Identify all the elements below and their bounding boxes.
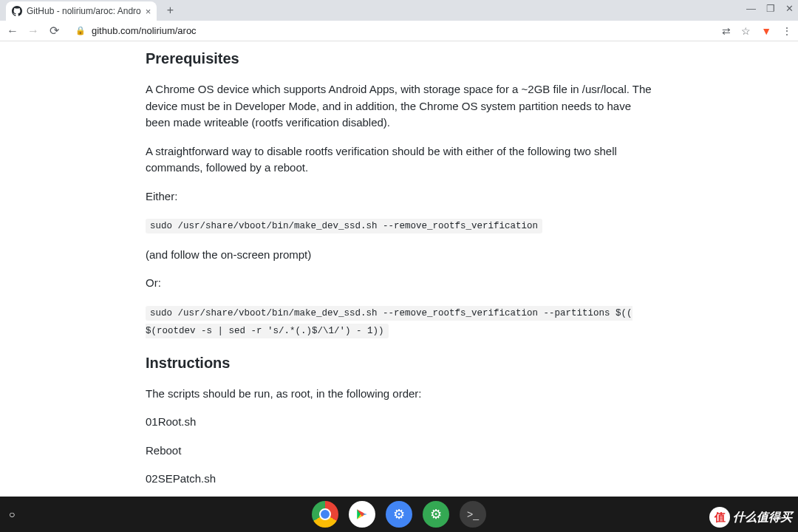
terminal-icon[interactable]: >_: [460, 501, 486, 528]
back-button[interactable]: ←: [6, 24, 19, 38]
window-controls: — ❐ ✕: [746, 3, 794, 14]
close-window-icon[interactable]: ✕: [785, 3, 794, 14]
play-store-icon[interactable]: [349, 501, 375, 528]
settings-green-icon[interactable]: ⚙: [423, 501, 449, 528]
smzdm-logo-icon: 值: [709, 507, 730, 528]
settings-blue-icon[interactable]: ⚙: [386, 501, 412, 528]
prereq-text-1: A Chrome OS device which supports Androi…: [146, 81, 652, 132]
or-label: Or:: [146, 275, 652, 292]
step-reboot-1: Reboot: [146, 443, 652, 460]
minimize-icon[interactable]: —: [746, 3, 756, 14]
chromeos-shelf: ○ ⚙ ⚙ >_: [0, 497, 798, 532]
instructions-intro: The scripts should be run, as root, in t…: [146, 386, 652, 403]
browser-toolbar: ← → ⟳ 🔒 github.com/nolirium/aroc ⇄ ☆ ▼ ⋮: [0, 21, 798, 41]
bookmark-star-icon[interactable]: ☆: [741, 25, 751, 37]
prerequisites-heading: Prerequisites: [146, 47, 652, 69]
menu-icon[interactable]: ⋮: [782, 25, 792, 37]
browser-tab[interactable]: GitHub - nolirium/aroc: Andro ×: [6, 1, 157, 21]
follow-prompt-text: (and follow the on-screen prompt): [146, 247, 652, 264]
smzdm-watermark: 值 什么值得买: [709, 507, 792, 528]
reload-button[interactable]: ⟳: [47, 24, 61, 38]
toolbar-right: ⇄ ☆ ▼ ⋮: [722, 25, 792, 37]
tab-strip: GitHub - nolirium/aroc: Andro × +: [0, 0, 798, 21]
code-block-2[interactable]: sudo /usr/share/vboot/bin/make_dev_ssd.s…: [146, 306, 632, 339]
translate-icon[interactable]: ⇄: [722, 25, 731, 37]
step-01root: 01Root.sh: [146, 414, 652, 431]
forward-button[interactable]: →: [27, 24, 40, 38]
step-02sepatch: 02SEPatch.sh: [146, 471, 652, 488]
browser-chrome: GitHub - nolirium/aroc: Andro × + — ❐ ✕ …: [0, 0, 798, 41]
address-bar[interactable]: 🔒 github.com/nolirium/aroc: [68, 25, 715, 36]
github-favicon-icon: [12, 6, 22, 16]
brave-shield-icon[interactable]: ▼: [761, 25, 771, 37]
instructions-heading: Instructions: [146, 352, 652, 374]
prereq-text-2: A straightforward way to disable rootfs …: [146, 143, 652, 177]
maximize-icon[interactable]: ❐: [766, 3, 775, 14]
chrome-app-icon[interactable]: [312, 501, 338, 528]
close-tab-icon[interactable]: ×: [146, 6, 151, 17]
launcher-button[interactable]: ○: [9, 508, 15, 520]
lock-icon: 🔒: [75, 26, 86, 35]
tab-title: GitHub - nolirium/aroc: Andro: [27, 6, 141, 16]
url-text: github.com/nolirium/aroc: [92, 25, 197, 36]
new-tab-button[interactable]: +: [161, 1, 179, 19]
readme-body: Prerequisites A Chrome OS device which s…: [134, 47, 664, 497]
page-content: Prerequisites A Chrome OS device which s…: [0, 41, 798, 497]
code-block-1[interactable]: sudo /usr/share/vboot/bin/make_dev_ssd.s…: [146, 219, 542, 233]
either-label: Either:: [146, 188, 652, 205]
smzdm-text: 什么值得买: [733, 510, 792, 525]
